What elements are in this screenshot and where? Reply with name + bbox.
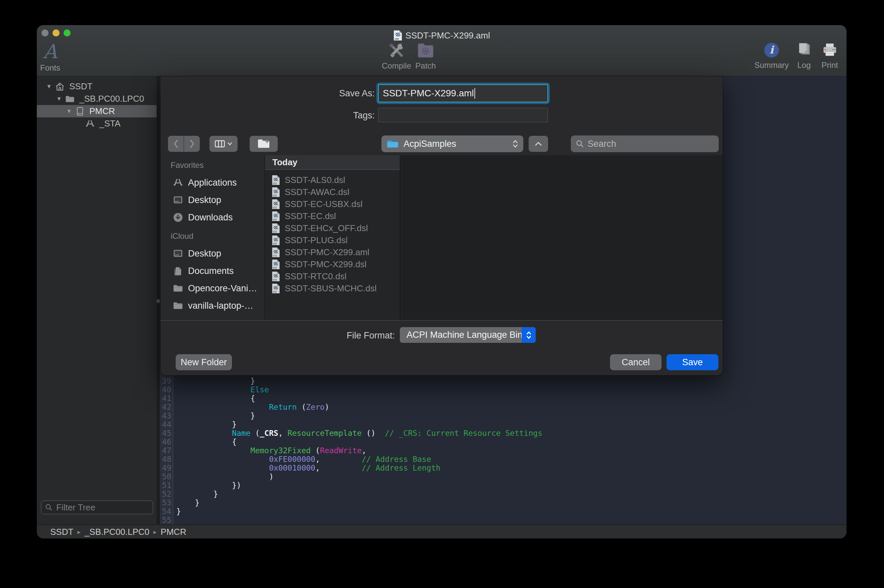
search-icon	[45, 503, 53, 512]
save-as-input[interactable]: SSDT-PMC-X299.aml	[378, 84, 548, 102]
chevron-up-icon	[535, 141, 542, 146]
breadcrumb-item[interactable]: _SB.PC00.LPC0	[85, 527, 150, 537]
file-name: SSDT-EC-USBX.dsl	[285, 199, 363, 209]
tree-row-_sta[interactable]: ▼_STA	[37, 117, 157, 130]
fonts-icon: A	[43, 42, 57, 61]
code-line[interactable]: 47 Memory32Fixed (ReadWrite,	[160, 446, 542, 455]
file-row[interactable]: DSLSSDT-AWAC.dsl	[265, 186, 400, 198]
file-format-row: File Format: ACPI Machine Language Binar…	[161, 320, 723, 348]
folder-icon	[65, 94, 75, 104]
file-row[interactable]: DSLSSDT-RTC0.dsl	[265, 270, 400, 282]
code-content[interactable]: 39 }40 Else41 {42 Return (Zero)43 }44 }4…	[160, 376, 542, 525]
filter-tree-input[interactable]: Filter Tree	[41, 500, 153, 514]
svg-text:DSL: DSL	[273, 219, 276, 220]
code-line[interactable]: 45 Name (_CRS, ResourceTemplate () // _C…	[160, 429, 542, 438]
popup-updown-icon	[526, 331, 531, 339]
code-line[interactable]: 43 }	[160, 411, 542, 420]
file-doc-icon: DSL	[272, 223, 280, 234]
svg-text:DSL: DSL	[273, 267, 276, 268]
summary-label: Summary	[755, 60, 789, 70]
documents-icon	[173, 266, 183, 276]
parent-folder-button[interactable]	[529, 136, 548, 152]
code-line[interactable]: 49 0x00010000, // Address Length	[160, 464, 542, 472]
log-label: Log	[797, 60, 811, 70]
document-icon	[393, 30, 402, 41]
chevron-down-icon	[228, 142, 232, 146]
place-item-applications[interactable]: Applications	[173, 175, 237, 190]
columns-view-icon	[215, 140, 225, 147]
file-row[interactable]: AMLSSDT-PMC-X299.aml	[265, 246, 400, 258]
code-line[interactable]: 41 {	[160, 394, 542, 403]
tags-input[interactable]	[378, 108, 548, 122]
new-folder-icon-button[interactable]	[250, 136, 278, 152]
code-line[interactable]: 54}	[160, 507, 542, 516]
forward-button[interactable]	[184, 136, 200, 152]
place-item-label: Desktop	[188, 249, 221, 259]
place-item-documents[interactable]: Documents	[173, 264, 234, 278]
sidebar-splitter[interactable]	[157, 76, 160, 525]
file-row[interactable]: DSLSSDT-PMC-X299.dsl	[265, 258, 400, 270]
log-button[interactable]: Log	[792, 42, 816, 74]
status-bar: SSDT▸_SB.PC00.LPC0▸PMCR	[37, 525, 846, 538]
file-doc-icon: DSL	[272, 271, 280, 282]
app-window: SSDT-PMC-X299.aml A Fonts Compile	[37, 25, 846, 538]
place-item-desktop[interactable]: Desktop	[173, 193, 221, 207]
save-button[interactable]: Save	[666, 354, 718, 370]
disclosure-triangle-icon[interactable]: ▼	[66, 108, 75, 115]
summary-button[interactable]: i Summary	[753, 42, 790, 74]
code-line[interactable]: 40 Else	[160, 385, 542, 394]
code-line[interactable]: 44 }	[160, 420, 542, 429]
code-line[interactable]: 55	[160, 516, 542, 525]
code-line[interactable]: 48 0xFE000000, // Address Base	[160, 455, 542, 464]
code-line[interactable]: 51 })	[160, 481, 542, 490]
place-item-opencore-vani-[interactable]: Opencore-Vani…	[173, 281, 257, 296]
places-group-header: Favorites	[171, 160, 204, 170]
location-popup[interactable]: AcpiSamples	[381, 135, 523, 152]
blue-folder-icon	[387, 140, 398, 148]
back-button[interactable]	[168, 136, 184, 152]
file-name: SSDT-SBUS-MCHC.dsl	[285, 283, 377, 294]
file-doc-icon: AML	[272, 247, 280, 258]
file-row[interactable]: DSLSSDT-SBUS-MCHC.dsl	[265, 282, 400, 294]
code-line[interactable]: 50 )	[160, 472, 542, 481]
place-item-vanilla-laptop-[interactable]: vanilla-laptop-…	[173, 298, 253, 313]
breadcrumb-item[interactable]: PMCR	[161, 527, 186, 537]
tree-row-_sb.pc00.lpc0[interactable]: ▼_SB.PC00.LPC0	[37, 93, 157, 105]
place-item-downloads[interactable]: Downloads	[173, 210, 233, 225]
code-line[interactable]: 39 }	[160, 376, 542, 385]
title-bar: SSDT-PMC-X299.aml A Fonts Compile	[37, 25, 846, 76]
breadcrumb-item[interactable]: SSDT	[50, 527, 73, 537]
file-row[interactable]: DSLSSDT-ALS0.dsl	[265, 174, 400, 186]
tree-row-pmcr[interactable]: ▼PMCR	[37, 105, 157, 117]
place-item-desktop[interactable]: Desktop	[173, 246, 221, 261]
new-folder-button[interactable]: New Folder	[176, 354, 232, 370]
cancel-button[interactable]: Cancel	[610, 354, 662, 370]
file-row[interactable]: DSLSSDT-EC-USBX.dsl	[265, 198, 400, 210]
view-mode-button[interactable]	[209, 136, 237, 152]
code-line[interactable]: 53 }	[160, 498, 542, 507]
fonts-button[interactable]: A Fonts	[38, 42, 63, 74]
print-icon	[821, 42, 838, 58]
patch-button[interactable]: Patch	[411, 42, 441, 74]
disclosure-triangle-icon[interactable]: ▼	[46, 83, 55, 90]
file-row[interactable]: DSLSSDT-EC.dsl	[265, 210, 400, 222]
new-folder-icon	[257, 139, 270, 149]
tree-row-ssdt[interactable]: ▼SSDT	[37, 80, 157, 93]
code-line[interactable]: 46 {	[160, 438, 542, 446]
chevron-left-icon	[173, 139, 179, 148]
code-line[interactable]: 42 Return (Zero)	[160, 403, 542, 411]
file-group-label: Today	[272, 157, 297, 168]
disclosure-triangle-icon[interactable]: ▼	[56, 96, 65, 102]
file-preview-area	[401, 155, 723, 320]
svg-text:DSL: DSL	[273, 243, 276, 244]
file-row[interactable]: DSLSSDT-EHCx_OFF.dsl	[265, 222, 400, 234]
code-line[interactable]: 52 }	[160, 490, 542, 498]
save-as-label: Save As:	[308, 88, 375, 99]
search-input[interactable]: Search	[571, 135, 719, 152]
print-button[interactable]: Print	[816, 42, 843, 74]
file-row[interactable]: DSLSSDT-PLUG.dsl	[265, 234, 400, 246]
tree-row-label: _STA	[99, 118, 120, 129]
file-format-popup[interactable]: ACPI Machine Language Binary	[400, 327, 536, 343]
popup-updown-icon	[513, 140, 518, 148]
compile-button[interactable]: Compile	[378, 42, 415, 74]
